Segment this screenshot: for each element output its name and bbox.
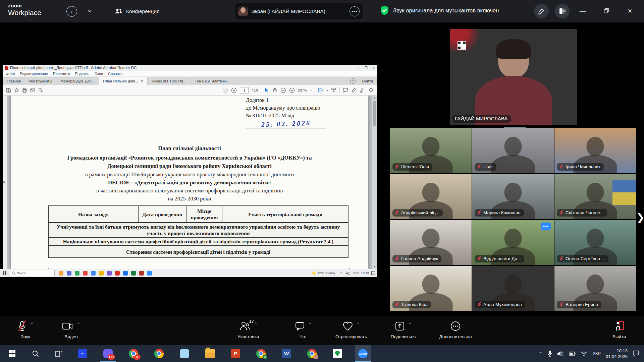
chevron-down-icon[interactable]: ⌄: [87, 5, 93, 14]
page-down-icon[interactable]: [231, 87, 237, 93]
acrobat-tab-1[interactable]: Инструменты: [25, 77, 57, 85]
tab-close-icon[interactable]: ✕: [141, 79, 143, 83]
shared-pinned-app-icon[interactable]: [59, 271, 63, 276]
acrobat-tab-0[interactable]: Главная: [3, 77, 25, 85]
shared-pinned-app-icon[interactable]: [147, 271, 152, 276]
scroll-down-icon[interactable]: ▼: [373, 265, 376, 268]
annotate-button[interactable]: [534, 4, 549, 18]
camera-taskbar-icon[interactable]: [176, 345, 193, 362]
action-center-icon[interactable]: [633, 350, 639, 357]
share-options-icon[interactable]: ⌃: [408, 322, 412, 327]
audio-button[interactable]: ⌃ Звук: [9, 319, 42, 339]
pdf-page[interactable]: Додаток 1 до Меморандуму про співпрацю №…: [11, 96, 368, 269]
save-icon[interactable]: [6, 88, 11, 93]
minimize-button[interactable]: —: [576, 5, 590, 17]
participant-video-tile[interactable]: Ірина Чичельник: [554, 128, 636, 173]
speaker-video-tile[interactable]: ГАЙДАЙ МИРОСЛАВА: [450, 29, 577, 125]
zoom-level-select[interactable]: 207%: [298, 88, 307, 92]
fit-width-icon[interactable]: [318, 87, 324, 93]
acrobat-title-bar[interactable]: План спільної діяльності_Донецька СТГ.pd…: [3, 65, 377, 71]
folder-taskbar-icon[interactable]: [202, 345, 218, 362]
tab-conference[interactable]: Конференция: [111, 3, 163, 19]
restore-button[interactable]: [600, 5, 613, 17]
shared-pinned-app-icon[interactable]: [75, 271, 79, 276]
share-screen-button[interactable]: ⌃ Поделиться: [380, 319, 427, 339]
tab-options-icon[interactable]: •••: [350, 6, 360, 16]
participant-video-tile[interactable]: Таткова Кіра: [390, 266, 472, 311]
acrobat-tab-4[interactable]: Наказ ВО_Про ств...: [148, 77, 191, 85]
tab-screen-share[interactable]: Экран (ГАЙДАЙ МИРОСЛАВА) •••: [235, 3, 363, 19]
help-icon[interactable]: ?: [350, 78, 356, 84]
shared-pinned-app-icon[interactable]: [123, 271, 128, 276]
participant-video-tile[interactable]: Відділ освіти До... •••: [472, 220, 554, 265]
shared-pinned-app-icon[interactable]: [67, 271, 71, 276]
chrome-taskbar-icon[interactable]: [304, 345, 320, 362]
viber-taskbar-icon[interactable]: 171: [100, 345, 116, 362]
favorites-star-icon[interactable]: [14, 88, 19, 93]
info-icon[interactable]: i: [66, 6, 77, 17]
audio-options-icon[interactable]: ⌃: [31, 322, 34, 327]
tray-speaker-icon[interactable]: [557, 351, 564, 357]
acrobat-minimize-icon[interactable]: —: [357, 66, 360, 70]
participant-video-tile[interactable]: User: [472, 128, 554, 173]
zoom-caret-icon[interactable]: ▾: [310, 89, 312, 92]
tray-wifi-icon[interactable]: [581, 351, 587, 356]
stamp-icon[interactable]: [368, 87, 374, 93]
tray-expand-icon[interactable]: ⌃: [539, 351, 543, 356]
shared-pinned-app-icon[interactable]: [139, 271, 144, 276]
sign-icon[interactable]: [360, 87, 365, 93]
vb-taskbar-icon[interactable]: vb: [74, 345, 91, 362]
acrobat-tab-2[interactable]: Меморандум_Дон...: [56, 77, 99, 85]
shared-pinned-app-icon[interactable]: [83, 271, 88, 276]
zoom-out-icon[interactable]: [280, 87, 286, 93]
shared-pinned-app-icon[interactable]: [131, 271, 136, 276]
acrobat-menu-1[interactable]: Редактирование: [20, 72, 48, 76]
weather-widget[interactable]: 12°C Cloudy: [312, 271, 335, 275]
taskbar-clock[interactable]: 10:13 01.04.2026: [606, 348, 628, 359]
chrome-taskbar-icon[interactable]: A: [253, 345, 269, 362]
shared-pinned-app-icon[interactable]: [107, 271, 112, 276]
shared-search-box[interactable]: Поиск: [10, 270, 55, 276]
acrobat-close-icon[interactable]: ✕: [372, 66, 375, 70]
tray-mic-icon[interactable]: [547, 350, 552, 357]
shared-pinned-app-icon[interactable]: [99, 271, 104, 276]
shared-pinned-app-icon[interactable]: [91, 271, 96, 276]
participant-video-tile[interactable]: Галина Андрійчук: [390, 220, 472, 265]
more-button[interactable]: Дополнительно: [432, 319, 479, 339]
highlight-icon[interactable]: [351, 87, 357, 93]
language-indicator[interactable]: УКР: [592, 351, 601, 356]
word-taskbar-icon[interactable]: W: [278, 345, 294, 362]
email-icon[interactable]: [30, 88, 35, 93]
tray-speaker-icon[interactable]: ◄)): [345, 271, 351, 275]
acrobat-menu-0[interactable]: Файл: [6, 72, 15, 76]
green-taskbar-icon[interactable]: [329, 345, 345, 362]
nav-pane-toggle[interactable]: ▶: [3, 96, 7, 269]
react-options-icon[interactable]: ⌃: [357, 322, 360, 327]
participant-video-tile[interactable]: Марина Камишан: [472, 174, 554, 219]
chrome-taskbar-icon[interactable]: [151, 345, 167, 362]
video-button[interactable]: ⌃ Видео: [54, 319, 89, 339]
acrobat-maximize-icon[interactable]: ❐: [365, 66, 368, 70]
print-icon[interactable]: [22, 88, 27, 93]
zoom-in-icon[interactable]: [289, 87, 295, 93]
select-tool-icon[interactable]: [264, 87, 269, 93]
scroll-mode-icon[interactable]: [331, 87, 336, 93]
shared-pinned-app-icon[interactable]: [115, 271, 120, 276]
participant-video-tile[interactable]: Світлана Чагове...: [554, 174, 636, 219]
tile-more-button[interactable]: •••: [541, 223, 551, 230]
participant-video-tile[interactable]: Валерия Ерина: [554, 266, 636, 311]
shared-clock[interactable]: 10:13: [361, 271, 369, 275]
tray-battery-icon[interactable]: [569, 351, 576, 356]
acrobat-menu-5[interactable]: Справка: [108, 72, 122, 76]
document-scrollbar[interactable]: ▲ ▼: [372, 96, 377, 269]
taskbar-search-button[interactable]: [28, 345, 44, 362]
participants-options-icon[interactable]: ⌃: [254, 322, 258, 327]
scrollbar-thumb[interactable]: [373, 101, 376, 126]
chat-options-icon[interactable]: ⌃: [308, 322, 312, 327]
tray-chevron-icon[interactable]: ⌃: [340, 271, 343, 275]
acrobat-tab-3[interactable]: План спільної діял...✕: [99, 77, 148, 85]
close-button[interactable]: ×: [623, 5, 637, 17]
gallery-next-icon[interactable]: ❯: [636, 213, 644, 223]
acrobat-menu-4[interactable]: Окно: [95, 72, 103, 76]
page-up-icon[interactable]: [222, 87, 228, 93]
